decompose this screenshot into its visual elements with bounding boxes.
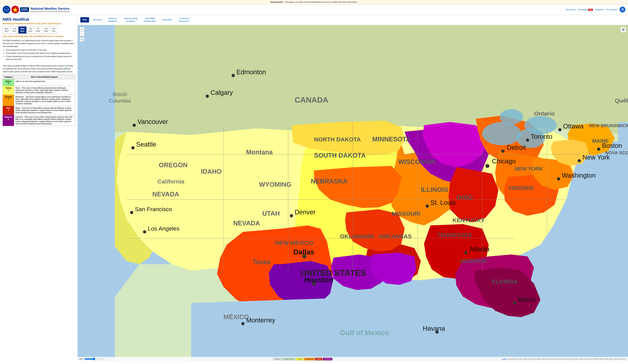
- svg-text:UTAH: UTAH: [262, 210, 280, 217]
- svg-text:Monterrey: Monterrey: [246, 316, 275, 324]
- svg-text:ILLINOIS: ILLINOIS: [421, 186, 448, 193]
- tab-overview[interactable]: Overview: [91, 17, 104, 22]
- svg-text:NEVADA: NEVADA: [152, 190, 179, 197]
- kml-badge: KML: [588, 9, 593, 11]
- svg-text:Montana: Montana: [246, 148, 273, 156]
- download-group: Download KML: [578, 8, 593, 11]
- bookmark-link[interactable]: Bookmark: [566, 8, 575, 11]
- usa-map-svg: Chicago Seattle Denver Dallas Houston: [78, 25, 628, 361]
- svg-text:Ottawa: Ottawa: [563, 123, 584, 130]
- yellow-desc: Minor - This level of heat affects prima…: [14, 86, 75, 95]
- svg-text:NEW MEXICO: NEW MEXICO: [275, 240, 314, 246]
- svg-text:OREGON: OREGON: [159, 161, 188, 169]
- logos-group: NOAA NWS CDC: [2, 6, 29, 13]
- right-panel: Map Overview What's inHeatRisk? Understa…: [78, 15, 628, 361]
- svg-text:Havana: Havana: [423, 325, 445, 332]
- green-desc: Little to no risk from expected heat.: [14, 79, 75, 86]
- svg-text:San Francisco: San Francisco: [135, 206, 172, 212]
- tab-map[interactable]: Map: [80, 17, 89, 22]
- map-legend: HeatRisk 0-Little to None 1-Minor 2-Mode…: [273, 358, 333, 361]
- tab-resources[interactable]: Looking forResources?: [176, 16, 192, 24]
- date-tab-tue[interactable]: Tue 8/22: [10, 27, 18, 34]
- agency-name: National Weather Service: [31, 7, 70, 10]
- legend-4: 4-Extreme: [323, 358, 332, 361]
- cat-orange-cell: Orange 2: [3, 95, 14, 106]
- svg-text:WYOMING: WYOMING: [259, 181, 292, 188]
- svg-text:NEBRASKA: NEBRASKA: [311, 178, 347, 184]
- date-tab-wed[interactable]: Wed 8/23: [18, 27, 27, 34]
- bullet-3: If those temperatures pose an elevated r…: [6, 55, 75, 61]
- date-tab-fri[interactable]: Fri 8/25: [34, 27, 42, 34]
- table-row-red: Red 3 Major - This level of heat affects…: [3, 106, 75, 115]
- accessibility-icon[interactable]: ♿: [620, 7, 626, 12]
- banner-text: - This page is currently under developem…: [283, 1, 357, 3]
- noaa-logo: NOAA: [2, 6, 10, 13]
- svg-text:WISCONSIN: WISCONSIN: [398, 158, 436, 165]
- svg-text:NEVADA: NEVADA: [233, 220, 260, 227]
- left-panel: NWS HeatRisk Identifying Potential Heat …: [0, 15, 78, 361]
- site-header: NOAA NWS CDC National Weather Service Na…: [0, 4, 628, 15]
- zoom-slider[interactable]: [84, 358, 104, 360]
- svg-text:FLORIDA: FLORIDA: [492, 278, 518, 285]
- zoom-out-button[interactable]: −: [80, 32, 84, 36]
- tab-whats-in[interactable]: What's inHeatRisk?: [106, 16, 120, 24]
- legend-1: 1-Minor: [296, 358, 304, 361]
- date-tab-sun[interactable]: Sun 8/27: [50, 27, 58, 34]
- zoom-in-button[interactable]: +: [80, 27, 84, 32]
- layers-icon: [622, 28, 625, 31]
- svg-text:ARKANSAS: ARKANSAS: [379, 233, 412, 240]
- agency-text: National Weather Service National Oceani…: [31, 7, 70, 12]
- svg-text:NOVA SCOT: NOVA SCOT: [605, 150, 628, 155]
- svg-point-26: [485, 164, 489, 168]
- svg-text:Edmonton: Edmonton: [236, 68, 266, 75]
- header-nav: Bookmark Download KML Graphics En españo…: [566, 7, 626, 12]
- cat-yellow-cell: Yellow 1: [3, 86, 14, 95]
- search-button[interactable]: 🔍: [80, 37, 84, 42]
- date-tab-mon[interactable]: Mon 8/21: [3, 27, 10, 34]
- desc-para2: This index is supplementary to official …: [2, 64, 75, 73]
- svg-point-46: [426, 204, 429, 208]
- svg-text:NORTH DAKOTA: NORTH DAKOTA: [314, 136, 361, 143]
- svg-text:TENNESSEE: TENNESSEE: [437, 232, 472, 238]
- svg-point-42: [513, 301, 516, 304]
- svg-text:Calgary: Calgary: [211, 89, 233, 96]
- col-header-category: Category: [3, 75, 14, 79]
- espanol-link[interactable]: En español: [607, 8, 617, 11]
- svg-text:Vancouver: Vancouver: [138, 118, 168, 125]
- svg-text:Texas: Texas: [253, 258, 270, 265]
- legend-title-text: HeatRisk: [274, 358, 281, 360]
- map-container[interactable]: Chicago Seattle Denver Dallas Houston: [78, 25, 628, 361]
- date-tab-sat[interactable]: Sat 8/26: [42, 27, 50, 34]
- svg-text:GEORGIA: GEORGIA: [460, 257, 487, 264]
- graphics-link[interactable]: Graphics: [595, 8, 604, 11]
- layers-button[interactable]: [621, 27, 626, 33]
- tab-verification[interactable]: Verification: [160, 17, 175, 22]
- svg-text:NOAA: NOAA: [4, 9, 8, 10]
- nav-tabs: Map Overview What's inHeatRisk? Understa…: [78, 15, 628, 25]
- svg-text:MAINE: MAINE: [592, 138, 609, 144]
- svg-text:California: California: [157, 178, 185, 184]
- svg-text:UNITED STATES: UNITED STATES: [301, 268, 366, 278]
- legend-title: HeatRisk: [273, 358, 282, 361]
- tab-understanding[interactable]: UnderstandingHeatRisk: [121, 16, 140, 24]
- bullet-1: How unusual the heat is for the time of …: [6, 49, 75, 52]
- svg-text:Québec: Québec: [615, 97, 628, 104]
- svg-rect-105: [622, 28, 625, 29]
- page-subtitle: Identifying Potential Heat Risks in the …: [2, 22, 75, 25]
- svg-point-56: [557, 177, 560, 181]
- svg-text:St. Louis: St. Louis: [430, 199, 456, 206]
- tab-cdc-nws[interactable]: CDC-NWSCollaboration: [141, 16, 158, 24]
- red-desc: Major - This level of heat affects anyon…: [14, 106, 75, 115]
- svg-point-62: [206, 94, 209, 98]
- nws-logo: NWS: [11, 6, 19, 13]
- download-link[interactable]: Download: [578, 8, 588, 11]
- col-header-risk: Risk of Heat-Related Impacts: [14, 75, 75, 79]
- zoom-label: 100%: [79, 358, 83, 360]
- bullet-2: The duration of the heat including both …: [6, 52, 75, 55]
- svg-text:Denver: Denver: [295, 209, 315, 216]
- leaflet-link[interactable]: Leaflet: [502, 358, 506, 360]
- date-tab-thu[interactable]: Thu 8/24: [27, 27, 34, 34]
- svg-point-40: [465, 251, 468, 254]
- svg-text:OHIO: OHIO: [456, 194, 473, 201]
- legend-0: 0-Little to None: [282, 358, 295, 361]
